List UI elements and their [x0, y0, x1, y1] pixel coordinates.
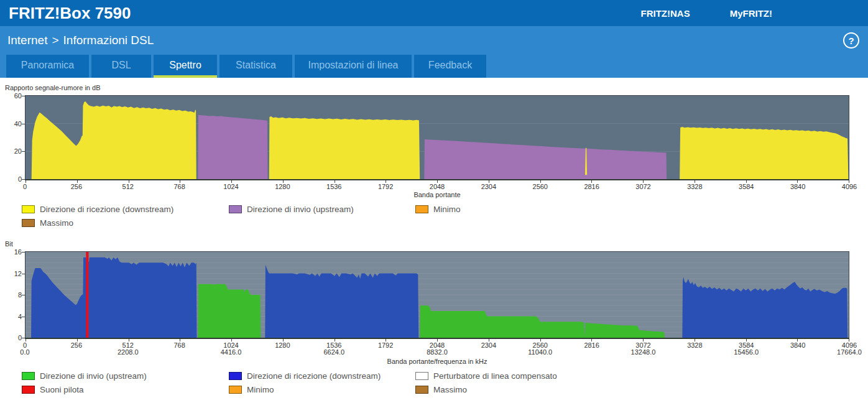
- breadcrumb-separator: >: [52, 34, 58, 47]
- y-tick-mark: [22, 295, 25, 295]
- y-tick-mark: [22, 338, 25, 338]
- breadcrumb-page: Informazioni DSL: [63, 34, 154, 47]
- snr-chart-svg: [25, 96, 849, 179]
- y-tick-label: 20: [2, 148, 22, 155]
- tab-panoramica[interactable]: Panoramica: [6, 55, 89, 78]
- snr-chart-plot: 0204060: [25, 95, 849, 180]
- tab-statistica[interactable]: Statistica: [219, 55, 292, 78]
- legend-label: Minimo: [433, 205, 461, 214]
- nav-fritznas-link[interactable]: FRITZ!NAS: [641, 8, 690, 19]
- y-tick-label: 0: [2, 176, 22, 183]
- legend-item: Direzione di invio (upstream): [22, 371, 229, 381]
- downstream-bits-area: [265, 265, 418, 338]
- y-tick-mark: [22, 179, 25, 180]
- khz-tick-label: 13248.0: [631, 348, 656, 356]
- khz-tick-label: 11040.0: [528, 348, 552, 356]
- legend-item: Minimo: [415, 205, 868, 214]
- bit-chart-block: Bit 0481216 0256512768102412801536179220…: [0, 240, 868, 394]
- x-tick-label: 3072: [635, 183, 650, 190]
- pilot-tones-area: [86, 252, 88, 338]
- y-tick-mark: [22, 124, 25, 124]
- x-tick-label: 768: [173, 183, 185, 190]
- tab-feedback[interactable]: Feedback: [414, 55, 486, 78]
- legend-item: Suoni pilota: [22, 385, 229, 394]
- bit-chart-x-label: Banda portante/frequenza in kHz: [25, 358, 849, 365]
- legend-label: Direzione di ricezione (downstream): [40, 205, 173, 214]
- tab-dsl[interactable]: DSL: [91, 55, 151, 78]
- y-tick-label: 60: [2, 93, 22, 100]
- header-bar: FRITZ!Box 7590 FRITZ!NAS MyFRITZ!: [0, 0, 868, 26]
- legend-item: Direzione di ricezione (downstream): [22, 205, 229, 214]
- downstream-bits-area: [682, 277, 847, 338]
- breadcrumb-bar: Internet > Informazioni DSL ?: [0, 26, 868, 55]
- upstream-bits-area: [198, 284, 261, 338]
- nav-myfritz-link[interactable]: MyFRITZ!: [730, 8, 772, 19]
- legend-item: Direzione di ricezione (downstream): [229, 371, 415, 381]
- snr-chart-x-label: Banda portante: [25, 191, 849, 198]
- legend-swatch: [22, 219, 35, 227]
- tab-impostazioni-di-linea[interactable]: Impostazioni di linea: [295, 55, 412, 78]
- y-tick-mark: [22, 96, 25, 96]
- bit-chart-plot: 0481216: [25, 251, 849, 339]
- y-tick-mark: [22, 252, 25, 253]
- x-tick-label: 1024: [223, 183, 238, 190]
- legend-swatch: [415, 372, 428, 380]
- legend-label: Direzione di ricezione (downstream): [247, 371, 381, 381]
- khz-tick-label: 0.0: [20, 348, 29, 356]
- bit-chart-khz-ticks: 0.02208.04416.06624.08832.011040.013248.…: [25, 348, 849, 356]
- khz-tick-label: 15456.0: [734, 348, 759, 356]
- downstream-snr-area: [32, 101, 196, 179]
- legend-item: Massimo: [22, 218, 229, 228]
- khz-tick-label: 6624.0: [323, 348, 344, 356]
- snr-chart-legend: Direzione di ricezione (downstream)Direz…: [22, 205, 868, 228]
- legend-label: Direzione di invio (upstream): [247, 205, 354, 214]
- legend-item: Direzione di invio (upstream): [229, 205, 415, 214]
- breadcrumb-section[interactable]: Internet: [7, 34, 47, 47]
- bit-chart-legend: Direzione di invio (upstream)Direzione d…: [22, 371, 868, 394]
- legend-label: Massimo: [433, 385, 467, 394]
- x-tick-label: 3840: [790, 183, 805, 190]
- legend-label: Minimo: [247, 385, 274, 394]
- x-tick-label: 3328: [687, 183, 702, 190]
- x-tick-label: 3584: [739, 183, 754, 190]
- header-nav: FRITZ!NAS MyFRITZ!: [641, 8, 868, 19]
- tab-spettro[interactable]: Spettro: [154, 55, 217, 78]
- legend-swatch: [229, 205, 242, 213]
- snr-chart-title: Rapporto segnale-rumore in dB: [5, 84, 868, 91]
- app-title: FRITZ!Box 7590: [9, 5, 131, 21]
- x-tick-label: 2304: [481, 183, 496, 190]
- khz-tick-label: 2208.0: [118, 348, 139, 356]
- legend-swatch: [229, 386, 242, 394]
- y-tick-mark: [22, 151, 25, 152]
- legend-label: Massimo: [40, 218, 73, 228]
- x-tick-label: 512: [122, 183, 134, 190]
- y-tick-label: 4: [2, 313, 22, 320]
- y-tick-label: 12: [2, 270, 22, 277]
- legend-swatch: [229, 372, 242, 380]
- legend-swatch: [22, 386, 35, 394]
- downstream-snr-area: [269, 116, 420, 179]
- y-tick-label: 0: [2, 335, 22, 341]
- bit-chart-title: Bit: [5, 240, 868, 248]
- legend-swatch: [22, 372, 35, 380]
- y-tick-mark: [22, 317, 25, 317]
- x-tick-label: 256: [71, 183, 82, 190]
- snr-chart-block: Rapporto segnale-rumore in dB 0204060 02…: [0, 84, 868, 228]
- legend-item: Perturbatore di linea compensato: [415, 371, 868, 381]
- legend-label: Suoni pilota: [40, 385, 84, 394]
- bit-chart-svg: [25, 252, 849, 338]
- x-tick-label: 2816: [584, 183, 599, 190]
- x-tick-label: 2560: [533, 183, 548, 190]
- y-tick-mark: [22, 274, 25, 274]
- tab-bar: PanoramicaDSLSpettroStatisticaImpostazio…: [0, 55, 868, 78]
- x-tick-label: 1280: [275, 183, 290, 190]
- x-tick-label: 4096: [842, 183, 857, 190]
- downstream-snr-area: [680, 127, 848, 179]
- x-tick-label: 0: [23, 183, 27, 190]
- legend-item: Minimo: [229, 385, 415, 394]
- x-tick-label: 2048: [430, 183, 445, 190]
- legend-swatch: [22, 205, 35, 213]
- khz-tick-label: 4416.0: [221, 348, 242, 356]
- help-button[interactable]: ?: [843, 32, 859, 49]
- khz-tick-label: 17664.0: [837, 348, 862, 356]
